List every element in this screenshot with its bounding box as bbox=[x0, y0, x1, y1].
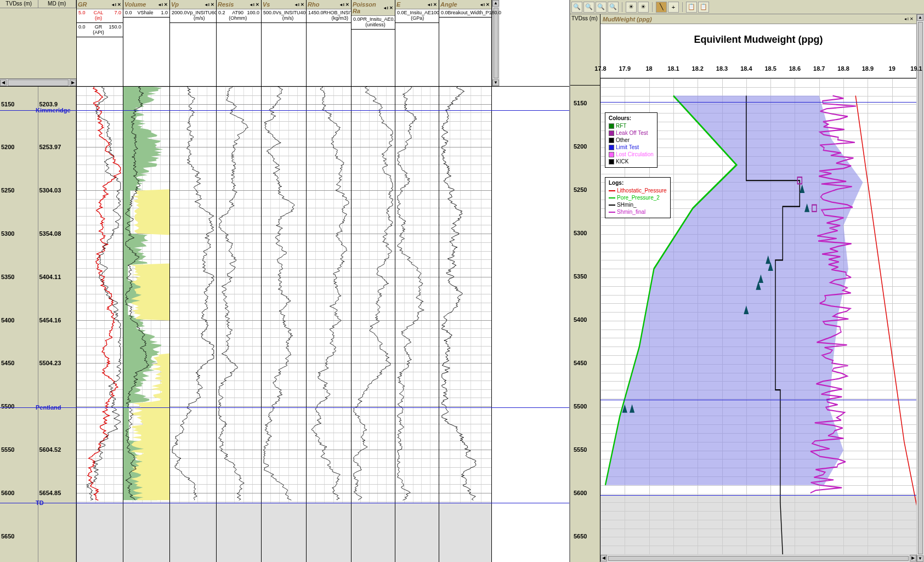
legend-swatch bbox=[609, 145, 614, 150]
xaxis-tick: 18.3 bbox=[716, 65, 728, 72]
track-close-icon[interactable]: ✕ bbox=[345, 2, 350, 7]
zoom-out-icon[interactable]: 🔍 bbox=[583, 2, 594, 13]
chart-hscroll[interactable]: ◀ ▶ bbox=[600, 554, 916, 562]
zoom-reset-icon[interactable]: 🔍 bbox=[608, 2, 619, 13]
track-header-volume: Volume◂I✕0.0VShale1.0 bbox=[123, 0, 170, 86]
curve-row: 1450.0RHOB_INSITU (kg/m3)2950.0 bbox=[307, 9, 351, 22]
track-body-volume bbox=[123, 87, 170, 562]
track-header-e: E◂I✕0.0E_Insitu_AE (GPa)100.0 bbox=[395, 0, 439, 86]
xaxis-tick: 19 bbox=[889, 65, 895, 72]
right-depth-tick: 5500 bbox=[574, 403, 587, 410]
track-title-text: Angle bbox=[440, 1, 457, 8]
track-close-icon[interactable]: ✕ bbox=[433, 2, 438, 7]
lot-point bbox=[812, 205, 817, 212]
zoom-in-icon[interactable]: 🔍 bbox=[571, 2, 582, 13]
tvdss-column: 5150520052505300535054005450550055505600… bbox=[0, 87, 38, 562]
chart-scroll-down-icon[interactable]: ▼ bbox=[917, 555, 923, 562]
scroll-right-icon[interactable]: ▶ bbox=[70, 80, 76, 86]
md-tick: 5604.52 bbox=[39, 446, 61, 453]
track-close-icon[interactable]: ✕ bbox=[389, 5, 394, 10]
legend-label: Shmin_final bbox=[617, 209, 645, 215]
scroll-left-icon[interactable]: ◀ bbox=[0, 80, 7, 86]
track-close-icon[interactable]: ✕ bbox=[117, 2, 122, 7]
chart-depth-column: TVDss (m) 515052005250530053505400545055… bbox=[570, 14, 600, 562]
curve-max: 1.0 bbox=[153, 10, 168, 15]
formation-line-kimmeridge bbox=[0, 110, 569, 111]
xaxis-tick: 17.9 bbox=[619, 65, 631, 72]
xaxis-tick: 18.6 bbox=[789, 65, 801, 72]
formation-line-pentland bbox=[0, 407, 569, 408]
curve-row: 0.0E_Insitu_AE (GPa)100.0 bbox=[395, 9, 439, 22]
formation-label-td: TD bbox=[36, 499, 44, 506]
tvdss-tick: 5500 bbox=[1, 403, 14, 410]
track-header-gr: GR◂I✕5.0CAL (in)7.00.0GR (API)150.0 bbox=[77, 0, 123, 86]
layer-toggle-2-icon[interactable]: ☀ bbox=[638, 2, 649, 13]
crosshair-icon[interactable]: ╲ bbox=[656, 2, 667, 13]
track-close-icon[interactable]: ✕ bbox=[300, 2, 305, 7]
track-close-icon[interactable]: ✕ bbox=[210, 2, 215, 7]
mudweight-panel: 🔍 🔍 🔍 🔍 ☀ ☀ ╲ + 📋 📋 TVDss (m) 5150520052… bbox=[570, 0, 924, 562]
chart-subheader: MudWeight (ppg) ◂ I ✕ bbox=[600, 14, 916, 24]
chart-vscroll-thumb[interactable] bbox=[918, 22, 923, 554]
chart-scroll-left-icon[interactable]: ◀ bbox=[600, 555, 607, 561]
log-vscroll-thumb[interactable] bbox=[494, 8, 498, 78]
curve-max: 150.0 bbox=[104, 24, 121, 35]
scroll-thumb[interactable] bbox=[8, 80, 69, 86]
track-title-text: Poisson Ra bbox=[353, 1, 383, 14]
track-body-e bbox=[395, 87, 439, 562]
chart-hscroll-thumb[interactable] bbox=[608, 556, 909, 561]
chart-vscroll[interactable]: ▲ ▼ bbox=[916, 14, 924, 562]
chart-scroll-right-icon[interactable]: ▶ bbox=[910, 555, 916, 561]
zoom-fit-icon[interactable]: 🔍 bbox=[596, 2, 606, 13]
curve-label: VShale bbox=[137, 10, 153, 15]
series-Lithostatic_Pressure bbox=[855, 96, 916, 529]
chart-area: MudWeight (ppg) ◂ I ✕ Equivilent Mudweig… bbox=[600, 14, 916, 562]
legend-logs-title: Logs: bbox=[609, 180, 667, 186]
add-marker-icon[interactable]: + bbox=[668, 2, 679, 13]
curve-row: 500.0Vs_INSITU (m/s)4000.0 bbox=[262, 9, 306, 22]
curve-row: 0.0Breakout_Width_P180.0 bbox=[439, 9, 491, 16]
right-depth-tick: 5550 bbox=[574, 446, 587, 453]
curve-row: 2000.0Vp_INSITU (m/s)6000.0 bbox=[170, 9, 216, 22]
legend-label: Leak Off Test bbox=[616, 130, 648, 136]
xaxis-tick: 18.1 bbox=[667, 65, 679, 72]
track-close-icon[interactable]: ✕ bbox=[255, 2, 260, 7]
rft-point bbox=[766, 256, 770, 264]
curve-label: Vp_INSITU (m/s) bbox=[187, 10, 212, 21]
legend-colours-title: Colours: bbox=[609, 115, 654, 121]
chart-plot[interactable]: Colours: RFTLeak Off TestOtherLimit Test… bbox=[600, 78, 916, 554]
legend-colour-item: Lost Circulation bbox=[609, 151, 654, 158]
track-body-gr bbox=[77, 87, 123, 562]
formation-label-pentland: Pentland bbox=[36, 404, 61, 411]
track-close-icon[interactable]: ✕ bbox=[485, 2, 490, 7]
track-title: Rho◂I✕ bbox=[307, 0, 351, 9]
well-log-panel: TVDss (m) MD (m) ◀ ▶ GR◂I✕5.0CAL (in)7.0… bbox=[0, 0, 570, 562]
rft-point bbox=[744, 305, 749, 314]
log-scroll-up-icon[interactable]: ▲ bbox=[492, 0, 499, 7]
depth-hscroll[interactable]: ◀ ▶ bbox=[0, 78, 76, 86]
md-tick: 5454.16 bbox=[39, 317, 61, 323]
curve-min: 0.0 bbox=[441, 10, 448, 15]
track-close-icon[interactable]: ✕ bbox=[163, 2, 168, 7]
tvdss-tick: 5350 bbox=[1, 274, 14, 280]
chart-depth-header: TVDss (m) bbox=[570, 14, 600, 86]
chart-title: Equivilent Mudweight (ppg) bbox=[600, 24, 916, 65]
chart-close-icon[interactable]: ✕ bbox=[909, 16, 914, 21]
xaxis-tick: 18.2 bbox=[692, 65, 704, 72]
legend-swatch bbox=[609, 123, 614, 129]
tvdss-tick: 5550 bbox=[1, 446, 14, 453]
legend-colour-item: Other bbox=[609, 137, 654, 144]
log-scroll-down-icon[interactable]: ▼ bbox=[492, 80, 499, 86]
track-body-vs bbox=[262, 87, 307, 562]
track-title: Resis◂I✕ bbox=[217, 0, 261, 9]
paste-icon[interactable]: 📋 bbox=[698, 2, 709, 13]
curve-row: 0.2AT90 (Ohmm)100.0 bbox=[217, 9, 261, 22]
tvdss-tick: 5250 bbox=[1, 187, 14, 194]
layer-toggle-1-icon[interactable]: ☀ bbox=[626, 2, 637, 13]
legend-log-item: Shmin_final bbox=[609, 208, 667, 215]
curve-max: 180.0 bbox=[489, 10, 502, 15]
copy-icon[interactable]: 📋 bbox=[686, 2, 697, 13]
curve-label: E_Insitu_AE (GPa) bbox=[404, 10, 432, 21]
chart-scroll-up-icon[interactable]: ▲ bbox=[917, 14, 923, 21]
tvdss-tick: 5450 bbox=[1, 360, 14, 366]
